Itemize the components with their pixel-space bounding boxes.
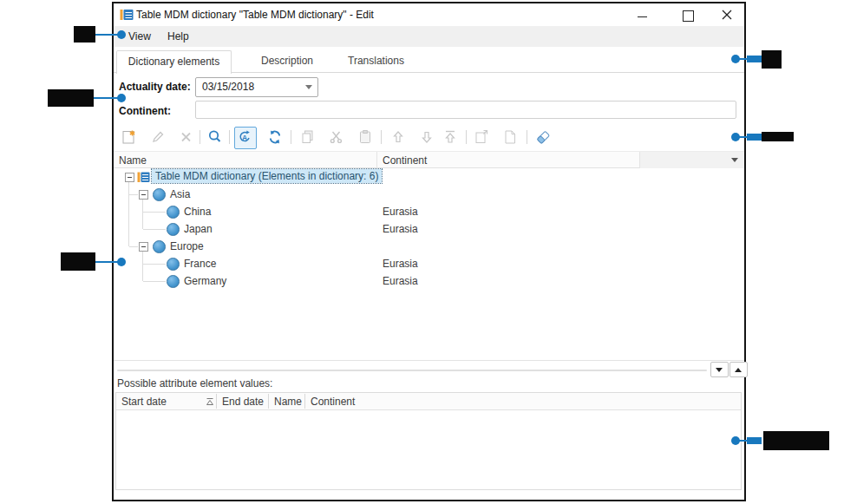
continent-cell[interactable]: Eurasia: [383, 275, 418, 287]
callout-dot: [731, 55, 740, 63]
callout-line: [95, 34, 119, 36]
document-button[interactable]: [501, 128, 519, 146]
tree-row[interactable]: Japan Eurasia: [114, 220, 744, 238]
callout-box: [61, 252, 95, 271]
collapse-icon[interactable]: [139, 242, 148, 252]
search-icon: [206, 128, 224, 146]
maximize-icon: [683, 10, 694, 22]
collapse-icon[interactable]: [139, 190, 148, 200]
document-icon: [501, 128, 519, 146]
bottom-panel-label: Possible attribute element values:: [117, 377, 272, 389]
search-button[interactable]: [206, 128, 224, 146]
menu-view[interactable]: View: [125, 29, 154, 43]
move-down-icon: [418, 128, 435, 146]
minimize-button[interactable]: [629, 6, 655, 23]
add-item-button[interactable]: [121, 128, 138, 146]
callout-dot: [117, 94, 126, 102]
element-icon: [167, 223, 180, 236]
column-separator[interactable]: [304, 394, 305, 409]
menu-help[interactable]: Help: [164, 29, 193, 43]
tree-row[interactable]: Germany Eurasia: [114, 272, 744, 290]
grid-header: Name Continent: [114, 151, 744, 168]
maximize-button[interactable]: [675, 6, 701, 23]
column-chooser-icon[interactable]: [731, 158, 738, 166]
tree-row[interactable]: France Eurasia: [114, 255, 744, 272]
callout-dot: [731, 436, 740, 445]
column-end-date[interactable]: End date: [222, 396, 264, 408]
continent-cell[interactable]: Eurasia: [383, 258, 418, 270]
element-icon: [153, 240, 166, 253]
move-to-top-icon: [442, 128, 459, 146]
column-name[interactable]: Name: [274, 396, 302, 408]
collapse-icon[interactable]: [125, 173, 134, 182]
move-to-top-button[interactable]: [442, 128, 459, 146]
delete-button[interactable]: [178, 128, 195, 146]
close-icon: [722, 10, 732, 20]
copy-icon: [299, 128, 317, 146]
table-dictionary-icon: [120, 8, 134, 22]
column-separator[interactable]: [268, 394, 269, 409]
tree-node-label[interactable]: China: [184, 206, 211, 218]
splitter-expand-button[interactable]: [729, 362, 748, 377]
paste-button[interactable]: [357, 128, 374, 146]
tree-node-label[interactable]: Germany: [184, 275, 226, 287]
close-button[interactable]: [714, 6, 740, 23]
callout-connector: [747, 56, 762, 62]
tree-row-root[interactable]: Table MDM dictionary (Elements in dictio…: [114, 168, 744, 186]
tree-row[interactable]: China Eurasia: [114, 203, 744, 220]
element-icon: [167, 258, 180, 271]
add-item-icon: [121, 128, 138, 146]
triangle-down-icon: [716, 368, 723, 376]
tree-root-label[interactable]: Table MDM dictionary (Elements in dictio…: [152, 169, 382, 183]
splitter-collapse-button[interactable]: [710, 362, 729, 377]
eraser-icon: [534, 128, 552, 146]
export-document-button[interactable]: [473, 128, 490, 146]
callout-line: [94, 97, 119, 99]
menu-bar: View Help: [114, 26, 744, 47]
move-down-button[interactable]: [418, 128, 435, 146]
tree-node-label[interactable]: Asia: [170, 188, 190, 200]
copy-button[interactable]: [299, 128, 317, 146]
table-dictionary-icon: [137, 171, 150, 184]
move-up-button[interactable]: [389, 128, 407, 146]
column-start-date[interactable]: Start date: [121, 396, 167, 408]
clear-button[interactable]: [534, 128, 552, 146]
actuality-date-combobox[interactable]: 03/15/2018: [195, 77, 318, 97]
refresh-button[interactable]: [266, 128, 284, 146]
continent-cell[interactable]: Eurasia: [383, 223, 418, 235]
callout-line: [95, 261, 119, 263]
title-bar[interactable]: Table MDM dictionary "Table MDM dictiona…: [114, 3, 744, 26]
tab-dictionary-elements[interactable]: Dictionary elements: [116, 50, 232, 74]
splitter[interactable]: [117, 370, 707, 371]
tab-translations[interactable]: Translations: [330, 50, 422, 71]
tree-row[interactable]: Asia: [114, 186, 744, 203]
callout-connector: [747, 437, 762, 444]
callout-box: [762, 132, 794, 141]
callout-box: [74, 26, 95, 43]
toolbar-separator: [229, 130, 230, 144]
tree-row[interactable]: Europe: [114, 238, 744, 255]
edit-pencil-icon: [149, 128, 167, 146]
continent-input[interactable]: [195, 101, 736, 119]
callout-dot: [117, 30, 126, 39]
element-icon: [167, 275, 180, 288]
tree-node-label[interactable]: Japan: [184, 223, 213, 235]
column-separator[interactable]: [216, 394, 217, 409]
continent-cell[interactable]: Eurasia: [383, 206, 418, 218]
cut-button[interactable]: [328, 128, 345, 146]
auto-refresh-toggle[interactable]: A: [234, 127, 257, 149]
paste-icon: [357, 128, 374, 146]
tab-description[interactable]: Description: [244, 50, 330, 71]
column-continent[interactable]: Continent: [311, 396, 355, 408]
tree-node-label[interactable]: Europe: [170, 240, 204, 252]
cut-icon: [328, 128, 345, 146]
edit-button[interactable]: [149, 128, 167, 146]
dialog-window: Table MDM dictionary "Table MDM dictiona…: [112, 2, 746, 501]
grid-column-continent[interactable]: Continent: [383, 154, 427, 167]
svg-text:A: A: [242, 134, 247, 142]
page: Table MDM dictionary "Table MDM dictiona…: [0, 0, 857, 504]
grid-column-name[interactable]: Name: [119, 154, 147, 167]
minimize-icon: [638, 16, 647, 17]
column-separator[interactable]: [376, 152, 377, 168]
tree-node-label[interactable]: France: [184, 258, 216, 270]
